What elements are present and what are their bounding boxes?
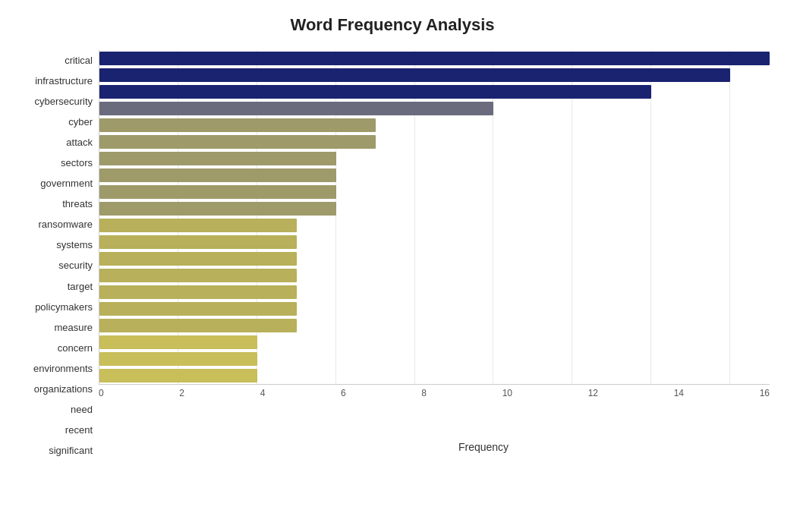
bar-ransomware bbox=[99, 185, 336, 199]
y-label-recent: recent bbox=[65, 425, 93, 435]
bar-cybersecurity bbox=[99, 85, 651, 99]
x-tick: 12 bbox=[588, 388, 598, 398]
y-label-cyber: cyber bbox=[68, 117, 93, 127]
bar-infrastructure bbox=[99, 68, 730, 82]
bar-attack bbox=[99, 118, 376, 132]
x-tick: 6 bbox=[341, 388, 346, 398]
bar-row bbox=[99, 367, 770, 384]
y-label-organizations: organizations bbox=[34, 384, 93, 394]
bar-cyber bbox=[99, 102, 493, 115]
x-tick: 8 bbox=[421, 388, 427, 398]
bar-row bbox=[99, 184, 770, 200]
y-label-policymakers: policymakers bbox=[35, 302, 93, 312]
bar-row bbox=[99, 250, 770, 267]
x-tick: 10 bbox=[502, 388, 512, 398]
bar-threats bbox=[99, 168, 336, 182]
bar-row bbox=[99, 134, 770, 150]
bar-row bbox=[99, 67, 770, 83]
y-label-significant: significant bbox=[49, 445, 93, 455]
y-label-sectors: sectors bbox=[61, 158, 93, 168]
bar-row bbox=[99, 200, 770, 217]
bar-concern bbox=[99, 285, 297, 299]
bar-row bbox=[99, 301, 770, 317]
y-label-attack: attack bbox=[66, 137, 93, 147]
bar-environments bbox=[99, 302, 297, 316]
y-label-need: need bbox=[71, 405, 93, 414]
bar-row bbox=[99, 50, 770, 67]
x-tick: 14 bbox=[674, 388, 684, 398]
y-label-government: government bbox=[40, 178, 93, 188]
bar-organizations bbox=[99, 319, 297, 332]
bar-critical bbox=[99, 52, 770, 65]
plot-area bbox=[99, 50, 770, 385]
bar-row bbox=[99, 234, 770, 250]
x-axis-ticks: 0246810121416 bbox=[99, 388, 770, 398]
y-label-target: target bbox=[68, 282, 93, 291]
bar-row bbox=[99, 267, 770, 284]
bar-row bbox=[99, 217, 770, 234]
bar-row bbox=[99, 117, 770, 134]
bar-systems bbox=[99, 202, 336, 216]
y-label-critical: critical bbox=[65, 55, 93, 65]
chart-container: Word Frequency Analysis criticalinfrastr… bbox=[0, 0, 800, 532]
bar-row bbox=[99, 83, 770, 100]
bar-target bbox=[99, 235, 297, 249]
y-label-security: security bbox=[58, 260, 93, 270]
bar-significant bbox=[99, 369, 257, 382]
x-axis-title: Frequency bbox=[197, 441, 770, 453]
y-label-measure: measure bbox=[54, 323, 93, 332]
bar-sectors bbox=[99, 135, 376, 149]
y-label-threats: threats bbox=[62, 199, 93, 209]
x-axis-title-wrapper: Frequency bbox=[197, 435, 770, 453]
x-tick: 2 bbox=[179, 388, 184, 398]
y-label-cybersecurity: cybersecurity bbox=[34, 96, 93, 106]
bar-row bbox=[99, 317, 770, 334]
bar-row bbox=[99, 150, 770, 167]
bar-row bbox=[99, 167, 770, 184]
bar-row bbox=[99, 351, 770, 367]
bar-row bbox=[99, 334, 770, 351]
x-tick: 0 bbox=[99, 388, 104, 398]
x-tick: 16 bbox=[760, 388, 770, 398]
bar-policymakers bbox=[99, 252, 297, 266]
bar-government bbox=[99, 152, 336, 165]
bar-row bbox=[99, 100, 770, 117]
x-tick: 4 bbox=[260, 388, 266, 398]
bar-security bbox=[99, 219, 297, 232]
y-label-ransomware: ransomware bbox=[38, 219, 93, 229]
y-axis-labels: criticalinfrastructurecybersecuritycyber… bbox=[15, 50, 99, 461]
y-label-systems: systems bbox=[56, 240, 93, 250]
y-label-infrastructure: infrastructure bbox=[35, 76, 93, 86]
bar-row bbox=[99, 284, 770, 301]
bar-need bbox=[99, 335, 257, 349]
y-label-concern: concern bbox=[58, 343, 93, 353]
bar-measure bbox=[99, 269, 297, 282]
y-label-environments: environments bbox=[33, 364, 93, 373]
chart-area: criticalinfrastructurecybersecuritycyber… bbox=[15, 50, 770, 461]
chart-title: Word Frequency Analysis bbox=[15, 15, 770, 35]
bar-recent bbox=[99, 352, 257, 366]
